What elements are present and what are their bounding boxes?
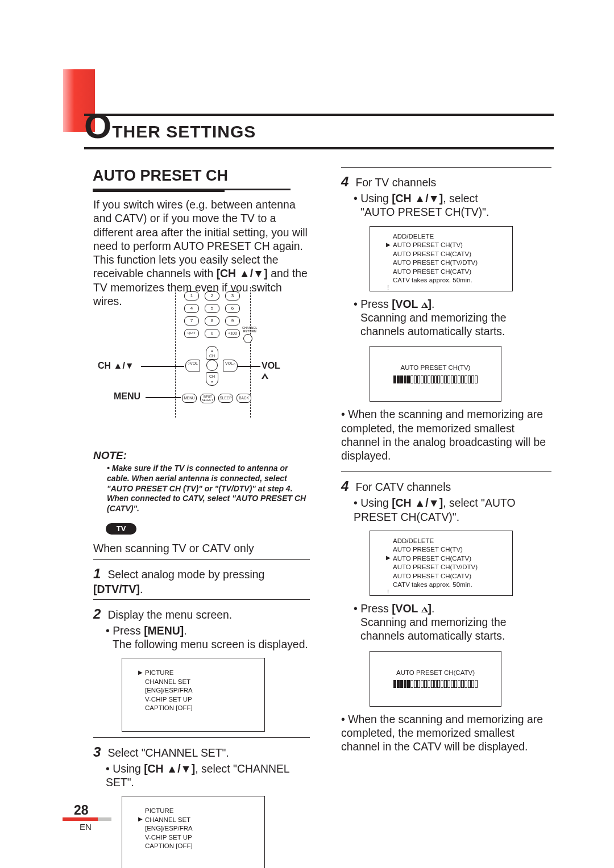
up-arrow-icon: ▲: [239, 267, 250, 279]
lbl-vol: VOL: [262, 361, 280, 381]
ch-dn-lbl: CH: [209, 374, 215, 378]
right-column: 4 For TV channels • Using [CH ▲/▼], sele…: [341, 167, 551, 753]
step-num-4: 4: [341, 478, 352, 495]
osd-item: AUTO PRESET CH(TV): [393, 545, 512, 554]
step-1: 1 Select analog mode by pressing [DTV/TV…: [93, 565, 310, 596]
osd-item: CAPTION [OFF]: [145, 704, 264, 713]
txt: Scanning and memorizing the channels aut…: [360, 615, 551, 643]
osd-item: [ENG]/ESP/FRA: [145, 824, 264, 833]
s4a-bullet-2: • Press [VOL ]. Scanning and memorizing …: [354, 297, 551, 339]
key-6: 6: [225, 304, 240, 313]
s4a-hdr: For TV channels: [355, 176, 436, 189]
channel-return-label: CHANNELRETURN: [242, 327, 257, 333]
warning-icon: !: [387, 588, 389, 596]
ch-brk: [CH ▲/▼]: [144, 762, 195, 775]
step-3: 3 Select "CHANNEL SET".: [93, 744, 310, 761]
separator: [341, 471, 551, 472]
note-title: NOTE:: [93, 449, 310, 462]
osd-item: AUTO PRESET CH(CATV): [393, 554, 512, 564]
txt: .: [432, 602, 434, 615]
key-5: 5: [205, 304, 219, 313]
lbl-ch: CH ▲/▼: [98, 361, 134, 371]
step-3-bullet-1: • Using [CH ▲/▼], select "CHANNEL SET".: [106, 762, 310, 790]
key-9: 9: [225, 316, 240, 326]
key-3: 3: [225, 291, 240, 301]
txt: .: [432, 298, 434, 310]
txt: Press: [360, 298, 392, 310]
txt: Using: [360, 496, 392, 509]
osd-item: AUTO PRESET CH(CATV): [393, 250, 512, 259]
page-number-block: 28 EN: [74, 803, 102, 818]
osd-item: AUTO PRESET CH(TV): [393, 241, 512, 250]
separator: [93, 737, 310, 738]
txt: , select: [443, 192, 478, 205]
osd-item: CATV takes approx. 50min.: [393, 581, 512, 590]
key-back: BACK: [237, 394, 251, 403]
osd-item: CHANNEL SET: [145, 678, 264, 687]
osd-item: AUTO PRESET CH(CATV): [393, 268, 512, 277]
ch-brk: [CH ▲/▼]: [392, 496, 443, 509]
osd-item: V-CHIP SET UP: [145, 695, 264, 704]
s2-text: Display the menu screen.: [107, 608, 232, 621]
key-100: +100: [225, 329, 240, 338]
s4b-bullet-1: • Using [CH ▲/▼], select "AUTO PRESET CH…: [354, 496, 551, 524]
page-number-red-bar: [63, 817, 98, 821]
s4a-bullet-1: • Using [CH ▲/▼], select "AUTO PRESET CH…: [354, 191, 551, 219]
intro-ch-open: [CH: [217, 267, 239, 279]
osd-item: CATV takes approx. 50min.: [393, 276, 512, 285]
s1-end: .: [140, 583, 143, 595]
osd-item: AUTO PRESET CH(CATV): [393, 572, 512, 581]
scan-progress-tv: AUTO PRESET CH(TV): [370, 346, 501, 402]
osd-menu-1: ▶PICTURECHANNEL SET[ENG]/ESP/FRAV-CHIP S…: [122, 658, 265, 732]
key-vol-down: ▽VOL: [185, 360, 200, 372]
key-sleep: SLEEP: [218, 394, 233, 403]
manual-page: O THER SETTINGS AUTO PRESET CH If you sw…: [0, 0, 614, 868]
key-menu: MENU: [182, 394, 197, 403]
step-num-2: 2: [93, 606, 105, 623]
lbl-ch-text: CH: [98, 361, 114, 370]
osd-item: AUTO PRESET CH(TV/DTV): [393, 258, 512, 268]
osd-menu-2: PICTURE▶CHANNEL SET[ENG]/ESP/FRAV-CHIP S…: [122, 796, 265, 868]
lbl-menu-line: [146, 397, 181, 398]
key-vol-up: VOL△: [223, 360, 238, 372]
scan-only-line: When scanning TV or CATV only: [93, 541, 310, 555]
separator: [341, 167, 551, 168]
pointer-icon: ▶: [386, 241, 391, 249]
scan-label: AUTO PRESET CH(TV): [370, 364, 501, 372]
vol-brk: [VOL: [392, 602, 421, 615]
osd-item: CHANNEL SET: [145, 816, 264, 825]
osd-item: CAPTION [OFF]: [145, 842, 264, 851]
vol-up-open-icon: [421, 302, 428, 308]
pointer-icon: ▶: [138, 669, 143, 677]
scan-label: AUTO PRESET CH(CATV): [370, 669, 501, 677]
step-num-4: 4: [341, 173, 352, 190]
s2-btn: [MENU]: [144, 624, 184, 637]
vol-up-open-icon: [421, 607, 428, 612]
osd-item: V-CHIP SET UP: [145, 833, 264, 842]
txt: Press: [360, 602, 392, 615]
key-ch-return: [243, 334, 252, 343]
vol-up-open-icon: [262, 373, 268, 379]
osd-item: ADD/DELETE: [393, 537, 512, 546]
s3-a: Using: [113, 762, 144, 775]
note-body: • Make sure if the TV is connected to an…: [107, 464, 310, 515]
step-num-1: 1: [93, 565, 105, 582]
pointer-icon: ▶: [138, 815, 143, 823]
osd-item: PICTURE: [145, 807, 264, 816]
osd-item: AUTO PRESET CH(TV/DTV): [393, 563, 512, 572]
page-number-grey-bar: [98, 817, 111, 821]
osd-item: [ENG]/ESP/FRA: [145, 686, 264, 695]
vol-rt-lbl: VOL: [225, 361, 233, 365]
key-center: [206, 360, 218, 371]
lbl-ch-line: [141, 366, 184, 367]
progress-bar: [393, 680, 478, 687]
page-title-bar: O THER SETTINGS: [84, 114, 554, 149]
subtitle-underline-thick: [93, 189, 225, 192]
tv-pill: TV: [106, 523, 136, 535]
lbl-vol-text: VOL: [262, 361, 280, 370]
key-1: 1: [184, 291, 199, 301]
vol-brk: [VOL: [392, 298, 421, 310]
step-num-3: 3: [93, 744, 105, 761]
title-rest: THER SETTINGS: [112, 122, 256, 141]
key-0: 0: [205, 329, 219, 338]
